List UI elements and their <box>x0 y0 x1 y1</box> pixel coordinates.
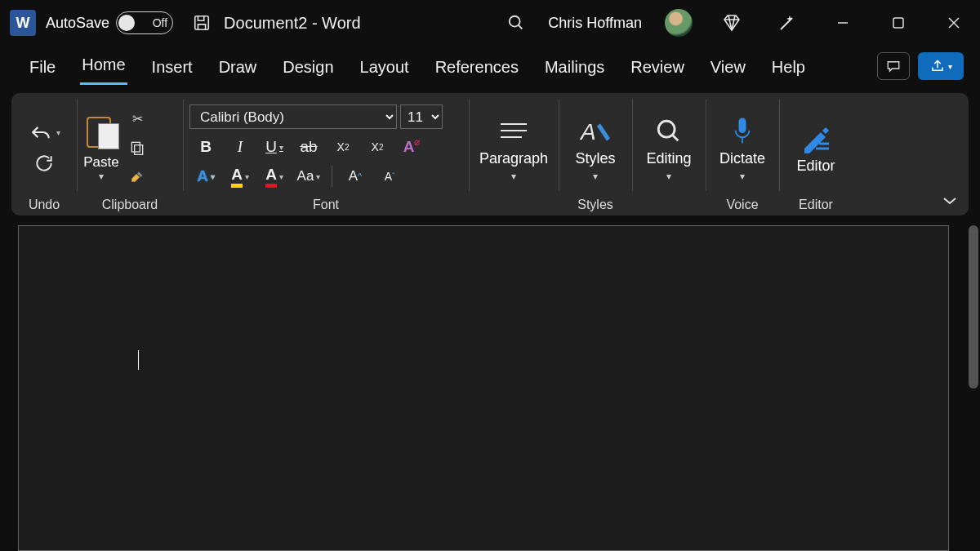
group-label-voice: Voice <box>712 194 773 212</box>
chevron-down-icon: ▾ <box>948 62 952 71</box>
tab-home[interactable]: Home <box>80 49 127 85</box>
wand-icon[interactable] <box>771 7 804 39</box>
document-page[interactable] <box>18 225 949 551</box>
dictate-button[interactable]: Dictate ▾ <box>708 111 777 182</box>
editing-label: Editing <box>646 150 691 167</box>
chevron-down-icon: ▾ <box>593 171 598 182</box>
tab-help[interactable]: Help <box>770 51 807 85</box>
svg-rect-15 <box>739 118 745 132</box>
tab-references[interactable]: References <box>434 51 520 85</box>
svg-rect-0 <box>195 16 209 30</box>
format-painter-button[interactable] <box>127 167 147 187</box>
diamond-premium-icon[interactable] <box>715 7 748 39</box>
ribbon-home: ▾ Undo Paste ▾ ✂ <box>11 93 969 216</box>
group-label-editor: Editor <box>786 194 846 212</box>
autosave-state: Off <box>153 16 167 29</box>
text-effects-button[interactable]: A▾ <box>194 165 217 188</box>
search-icon[interactable] <box>507 14 525 32</box>
editor-pen-icon <box>800 123 832 154</box>
editor-button[interactable]: Editor <box>785 118 846 175</box>
tab-draw[interactable]: Draw <box>217 51 259 85</box>
svg-text:A: A <box>579 119 596 144</box>
font-size-select[interactable]: 11 <box>400 104 443 129</box>
vertical-scrollbar[interactable] <box>969 225 978 389</box>
group-label-undo: Undo <box>18 194 70 212</box>
italic-button[interactable]: I <box>229 136 252 158</box>
underline-button[interactable]: U▾ <box>263 136 286 158</box>
search-icon <box>655 116 683 147</box>
bold-button[interactable]: B <box>194 136 217 158</box>
editor-label: Editor <box>796 158 835 175</box>
chevron-down-icon: ▾ <box>279 143 283 152</box>
font-name-select[interactable]: Calibri (Body) <box>189 104 397 129</box>
separator <box>332 166 332 187</box>
user-avatar[interactable] <box>665 9 693 37</box>
autosave-label: AutoSave <box>46 15 109 32</box>
dictate-label: Dictate <box>719 150 765 167</box>
chevron-down-icon: ▾ <box>740 171 745 182</box>
chevron-down-icon: ▾ <box>279 172 283 181</box>
document-title: Document2 - Word <box>224 14 360 33</box>
editing-button[interactable]: Editing ▾ <box>635 111 702 182</box>
tab-view[interactable]: View <box>709 51 747 85</box>
tab-design[interactable]: Design <box>281 51 335 85</box>
chevron-down-icon: ▾ <box>666 171 671 182</box>
save-icon[interactable] <box>191 12 212 33</box>
toggle-knob-icon <box>118 15 135 31</box>
collapse-ribbon-button[interactable] <box>942 194 957 209</box>
cut-button[interactable]: ✂ <box>127 109 147 128</box>
group-label-font: Font <box>189 194 462 212</box>
svg-rect-7 <box>131 142 140 152</box>
user-name: Chris Hoffman <box>548 15 642 32</box>
tab-layout[interactable]: Layout <box>359 51 411 85</box>
chevron-down-icon: ▾ <box>511 171 516 182</box>
styles-label: Styles <box>575 150 615 167</box>
chevron-down-icon: ▾ <box>316 172 320 181</box>
autosave-toggle[interactable]: Off <box>116 11 173 34</box>
change-case-button[interactable]: Aa▾ <box>297 165 320 188</box>
ribbon-tabs: File Home Insert Draw Design Layout Refe… <box>0 46 980 85</box>
group-label-clipboard: Clipboard <box>83 194 176 212</box>
styles-icon: A <box>579 116 612 147</box>
svg-line-2 <box>519 25 523 29</box>
paste-label: Paste <box>83 154 118 171</box>
svg-line-14 <box>672 135 678 140</box>
undo-button[interactable]: ▾ <box>29 123 60 141</box>
comments-button[interactable] <box>877 52 910 80</box>
svg-point-13 <box>658 121 675 137</box>
title-bar: W AutoSave Off Document2 - Word Chris Ho… <box>0 0 980 46</box>
share-button[interactable]: ▾ <box>918 52 964 80</box>
paragraph-label: Paragraph <box>479 150 548 167</box>
grow-font-button[interactable]: A^ <box>344 165 367 188</box>
strikethrough-button[interactable]: ab <box>297 136 320 158</box>
subscript-button[interactable]: X2 <box>332 136 354 158</box>
chevron-down-icon: ▾ <box>211 172 215 181</box>
tab-mailings[interactable]: Mailings <box>543 51 606 85</box>
microphone-icon <box>730 116 755 147</box>
superscript-button[interactable]: X2 <box>366 136 389 158</box>
text-cursor <box>138 350 139 370</box>
shrink-font-button[interactable]: Aˇ <box>378 165 401 188</box>
paragraph-icon <box>497 116 530 147</box>
paste-icon <box>83 113 119 151</box>
copy-button[interactable] <box>127 138 147 158</box>
minimize-button[interactable] <box>826 7 859 39</box>
highlight-button[interactable]: A▾ <box>229 165 252 188</box>
repeat-button[interactable] <box>29 153 60 174</box>
styles-button[interactable]: A Styles ▾ <box>564 111 626 182</box>
maximize-button[interactable] <box>882 7 915 39</box>
paste-button[interactable]: Paste ▾ <box>83 110 119 182</box>
close-button[interactable] <box>938 7 970 39</box>
tab-review[interactable]: Review <box>629 51 686 85</box>
svg-rect-8 <box>135 145 143 155</box>
chevron-down-icon: ▾ <box>99 171 104 182</box>
tab-file[interactable]: File <box>28 51 57 85</box>
paragraph-button[interactable]: Paragraph ▾ <box>468 111 559 182</box>
svg-point-1 <box>510 16 520 27</box>
word-app-icon: W <box>10 10 36 36</box>
clear-formatting-button[interactable]: A⌀ <box>400 136 423 158</box>
document-area <box>0 225 980 551</box>
tab-insert[interactable]: Insert <box>150 51 194 85</box>
font-color-button[interactable]: A▾ <box>263 165 286 188</box>
group-label-styles: Styles <box>565 194 626 212</box>
